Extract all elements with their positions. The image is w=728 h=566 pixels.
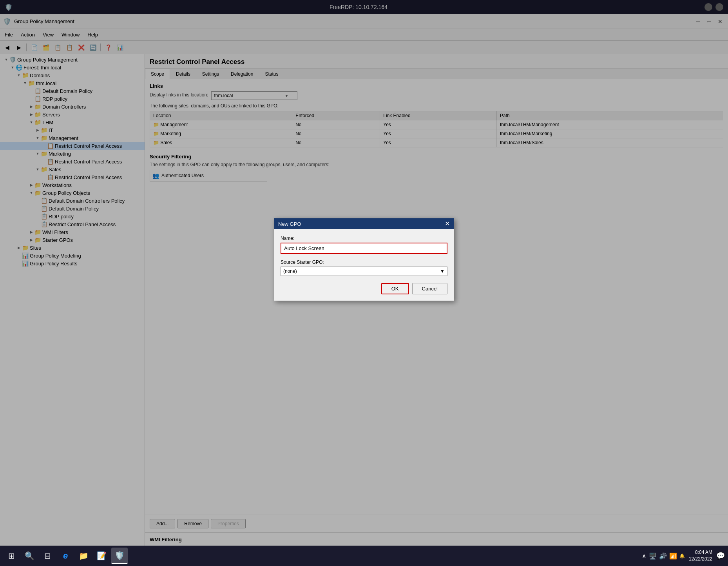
modal-source-value: (none) xyxy=(283,268,297,274)
modal-name-label: Name: xyxy=(281,236,447,241)
clock-time: 8:04 AM xyxy=(689,549,712,556)
ie-button[interactable]: e xyxy=(57,548,74,564)
tray-chevron[interactable]: ∧ xyxy=(642,552,647,560)
taskbar: ⊞ 🔍 ⊟ e 📁 📝 🛡️ ∧ 🖥️ 🔊 📶 🔔 8:04 AM 12/22/… xyxy=(0,546,728,566)
new-gpo-modal: New GPO ✕ Name: Source Starter GPO: (non… xyxy=(274,218,454,301)
modal-body: Name: Source Starter GPO: (none) ▼ OK Ca… xyxy=(274,229,454,301)
notification-button[interactable]: 💬 xyxy=(716,551,725,560)
notes-button[interactable]: 📝 xyxy=(93,548,110,564)
modal-overlay: New GPO ✕ Name: Source Starter GPO: (non… xyxy=(0,0,728,566)
taskview-button[interactable]: ⊟ xyxy=(39,548,56,564)
modal-buttons: OK Cancel xyxy=(281,281,447,294)
taskbar-left: ⊞ 🔍 ⊟ e 📁 📝 🛡️ xyxy=(3,548,128,564)
tray-display[interactable]: 🖥️ xyxy=(649,552,657,560)
modal-source-label: Source Starter GPO: xyxy=(281,259,447,265)
taskbar-clock[interactable]: 8:04 AM 12/22/2022 xyxy=(689,549,712,562)
tray-icons: ∧ 🖥️ 🔊 📶 🔔 xyxy=(642,552,685,560)
modal-source-dropdown[interactable]: (none) ▼ xyxy=(281,267,447,276)
gpm-button[interactable]: 🛡️ xyxy=(111,548,128,564)
modal-source-arrow: ▼ xyxy=(440,268,445,274)
modal-name-input[interactable] xyxy=(281,243,447,254)
modal-title: New GPO xyxy=(278,221,301,227)
modal-titlebar: New GPO ✕ xyxy=(274,218,454,229)
modal-close-button[interactable]: ✕ xyxy=(445,221,450,227)
modal-cancel-button[interactable]: Cancel xyxy=(412,283,447,294)
modal-ok-button[interactable]: OK xyxy=(381,283,409,294)
start-button[interactable]: ⊞ xyxy=(3,548,20,564)
tray-notification: 🔔 xyxy=(679,553,685,559)
search-button[interactable]: 🔍 xyxy=(21,548,38,564)
tray-volume[interactable]: 🔊 xyxy=(659,552,667,560)
folder-button[interactable]: 📁 xyxy=(75,548,92,564)
clock-date: 12/22/2022 xyxy=(689,556,712,562)
tray-network[interactable]: 📶 xyxy=(669,552,677,560)
taskbar-right: ∧ 🖥️ 🔊 📶 🔔 8:04 AM 12/22/2022 💬 xyxy=(642,549,725,562)
